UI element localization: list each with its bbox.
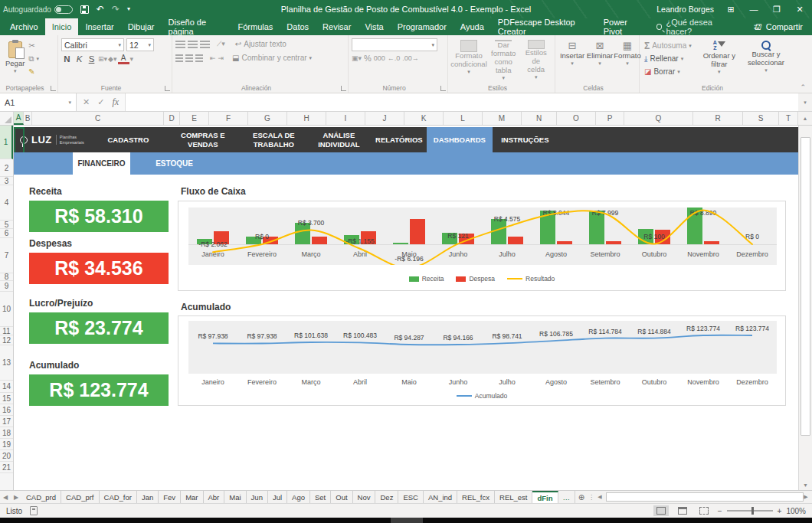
column-header-b[interactable]: B xyxy=(24,112,32,125)
tell-me-search[interactable]: ¿Qué desea hacer? xyxy=(649,18,745,35)
row-header-19[interactable]: 19 xyxy=(0,439,13,450)
align-right-icon[interactable] xyxy=(195,54,203,62)
align-middle-icon[interactable] xyxy=(188,41,198,48)
row-header-18[interactable]: 18 xyxy=(0,427,13,439)
autosave-toggle[interactable]: Autoguardado xyxy=(3,5,73,14)
decrease-decimal-icon[interactable]: .00→ xyxy=(402,54,419,62)
redo-icon[interactable]: ↷ xyxy=(112,5,120,14)
collapse-ribbon-icon[interactable]: ⌃ xyxy=(794,82,812,93)
confirm-entry-icon[interactable]: ✓ xyxy=(97,97,104,107)
sheet-tab-an-ind[interactable]: AN_ind xyxy=(424,491,457,503)
ribbon-display-options-icon[interactable]: ⊞ xyxy=(725,5,737,15)
row-header-14[interactable]: 14 xyxy=(0,381,13,393)
page-layout-view-icon[interactable] xyxy=(675,505,690,516)
sheet-nav-left-icon[interactable]: ◀ xyxy=(0,491,11,503)
column-header-m[interactable]: M xyxy=(483,112,522,125)
minimize-button[interactable]: — xyxy=(748,5,760,14)
sheet-tab-cad-prf[interactable]: CAD_prf xyxy=(61,491,99,503)
cancel-entry-icon[interactable]: ✕ xyxy=(83,97,90,107)
autosum-button[interactable]: Σ Autosuma ▾ xyxy=(644,40,695,51)
subnav-tab-financeiro[interactable]: FINANCEIRO xyxy=(73,152,130,175)
paste-button[interactable]: Pegar▾ xyxy=(3,38,27,79)
autosave-toggle-switch[interactable] xyxy=(54,5,73,14)
increase-indent-icon[interactable]: ⇥ xyxy=(218,54,224,62)
sheet-tab-jul[interactable]: Jul xyxy=(268,491,287,503)
column-header-j[interactable]: J xyxy=(365,112,404,125)
row-header-2[interactable]: 2 xyxy=(0,159,13,177)
insert-cells-button[interactable]: ⊟ Insertar▾ xyxy=(558,38,586,82)
save-icon[interactable] xyxy=(80,5,89,14)
menu-tab-ayuda[interactable]: Ayuda xyxy=(453,18,491,35)
nav-item-relat-rios[interactable]: RELATÓRIOS xyxy=(372,127,427,152)
menu-tab-power-pivot[interactable]: Power Pivot xyxy=(597,18,649,35)
vertical-scrollbar[interactable]: ▼ xyxy=(798,126,812,490)
row-header-12[interactable]: 12 xyxy=(0,335,13,345)
row-header-17[interactable]: 17 xyxy=(0,416,13,427)
share-button[interactable]: 🖅 Compartir xyxy=(745,18,812,35)
font-color-caret[interactable]: ▾ xyxy=(130,55,134,63)
row-header-4[interactable]: 4 xyxy=(0,185,13,221)
comma-style-icon[interactable]: 000 xyxy=(374,54,385,62)
sheet-tab-dez[interactable]: Dez xyxy=(375,491,398,503)
zoom-slider-thumb[interactable] xyxy=(751,507,754,515)
sheet-tab-overflow[interactable]: … xyxy=(558,491,576,503)
nav-item-escala-de-trabalho[interactable]: ESCALA DE TRABALHO xyxy=(241,127,306,152)
sheet-tab-out[interactable]: Out xyxy=(331,491,352,503)
font-color-icon[interactable]: A xyxy=(118,54,129,64)
acumulado-chart[interactable]: R$ 97.938R$ 97.938R$ 101.638R$ 100.483R$… xyxy=(178,315,786,406)
sheet-tab-set[interactable]: Set xyxy=(310,491,331,503)
row-header-7[interactable]: 7 xyxy=(0,238,13,273)
align-center-icon[interactable] xyxy=(185,54,193,62)
row-header-1[interactable]: 1 xyxy=(0,126,13,159)
user-name[interactable]: Leandro Borges xyxy=(656,5,714,14)
align-bottom-icon[interactable] xyxy=(200,41,210,48)
column-header-s[interactable]: S xyxy=(743,112,779,125)
row-header-16[interactable]: 16 xyxy=(0,404,13,416)
name-box[interactable]: A1▾ xyxy=(0,93,77,111)
zoom-in-icon[interactable]: + xyxy=(778,507,782,515)
clear-button[interactable]: ◪ Borrar ▾ xyxy=(644,66,695,77)
number-dialog-launcher[interactable] xyxy=(440,86,446,91)
font-name-combo[interactable]: Calibri▾ xyxy=(61,38,124,51)
select-all-corner[interactable] xyxy=(0,112,14,125)
sheet-tab-jan[interactable]: Jan xyxy=(137,491,159,503)
sheet-tab-rel-est[interactable]: REL_est xyxy=(495,491,532,503)
decrease-indent-icon[interactable]: ⇤ xyxy=(210,54,216,62)
zoom-out-icon[interactable]: − xyxy=(718,507,722,515)
vertical-scroll-up-icon[interactable]: ▲ xyxy=(798,112,812,125)
sheet-tab-dfin[interactable]: dFin xyxy=(532,491,558,503)
column-header-e[interactable]: E xyxy=(180,112,209,125)
row-header-5[interactable]: 5 xyxy=(0,221,13,229)
conditional-format-button[interactable]: Formato condicional▾ xyxy=(451,38,486,82)
column-header-i[interactable]: I xyxy=(326,112,365,125)
align-top-icon[interactable] xyxy=(175,41,185,48)
borders-icon[interactable]: ⊞▾ xyxy=(98,55,107,63)
align-left-icon[interactable] xyxy=(175,54,183,62)
merge-center-button[interactable]: ⬓ Combinar y centrar ▾ xyxy=(232,52,312,64)
font-size-combo[interactable]: 12▾ xyxy=(126,38,154,51)
wrap-text-button[interactable]: ↩ Ajustar texto xyxy=(235,38,286,50)
number-format-combo[interactable]: ▾ xyxy=(352,38,437,51)
row-header-20[interactable]: 20 xyxy=(0,450,13,462)
expand-formula-bar-icon[interactable]: ▾ xyxy=(798,93,812,111)
normal-view-icon[interactable] xyxy=(653,505,669,516)
delete-cells-button[interactable]: ⊠ Eliminar▾ xyxy=(586,38,614,82)
new-sheet-icon[interactable]: ⊕ xyxy=(575,491,588,503)
cell-styles-button[interactable]: Estilos de celda▾ xyxy=(520,38,552,82)
menu-tab-archivo[interactable]: Archivo xyxy=(3,18,45,35)
column-header-t[interactable]: T xyxy=(779,112,798,125)
hscroll-right-icon[interactable]: ▶ xyxy=(801,492,810,502)
page-break-view-icon[interactable] xyxy=(696,505,712,516)
column-header-o[interactable]: O xyxy=(557,112,596,125)
accessibility-checker-icon[interactable] xyxy=(30,506,38,515)
column-header-a[interactable]: A xyxy=(14,112,24,125)
sheet-tab-rel-fcx[interactable]: REL_fcx xyxy=(457,491,495,503)
hscroll-left-icon[interactable]: ◀ xyxy=(595,492,604,502)
format-cells-button[interactable]: ▦ Formato▾ xyxy=(614,38,641,82)
subnav-tab-estoque[interactable]: ESTOQUE xyxy=(146,152,203,175)
insert-function-icon[interactable]: fx xyxy=(112,96,119,108)
row-header-10[interactable]: 10 xyxy=(0,292,13,327)
find-select-button[interactable]: Buscar y seleccionar▾ xyxy=(742,38,790,82)
sheet-tab-cad-for[interactable]: CAD_for xyxy=(100,491,137,503)
increase-decimal-icon[interactable]: ←.0 xyxy=(388,54,401,62)
